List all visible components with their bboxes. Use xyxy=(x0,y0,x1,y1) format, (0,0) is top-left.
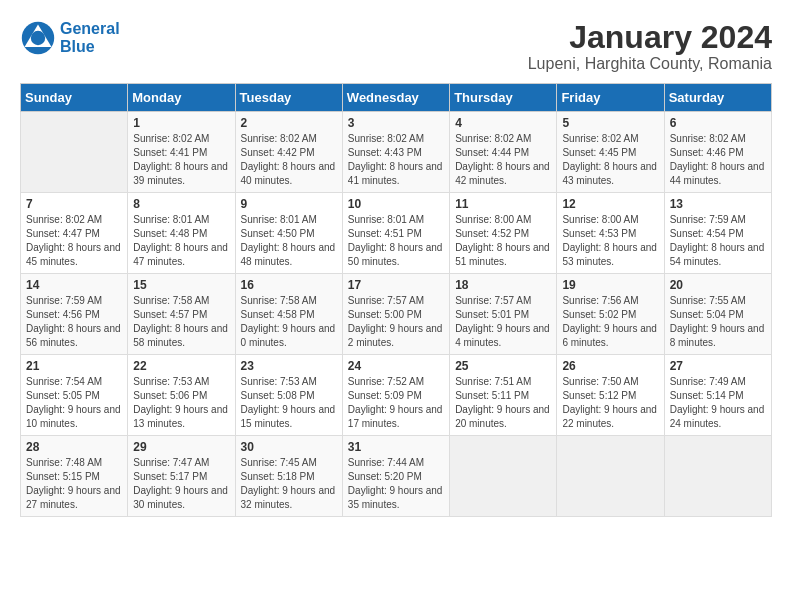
sunset-text: Sunset: 5:18 PM xyxy=(241,470,337,484)
daylight-text: Daylight: 8 hours and 45 minutes. xyxy=(26,241,122,269)
daylight-text: Daylight: 9 hours and 22 minutes. xyxy=(562,403,658,431)
calendar-cell: 28 Sunrise: 7:48 AM Sunset: 5:15 PM Dayl… xyxy=(21,436,128,517)
logo: General Blue xyxy=(20,20,120,56)
day-info: Sunrise: 8:02 AM Sunset: 4:46 PM Dayligh… xyxy=(670,132,766,188)
calendar-cell: 6 Sunrise: 8:02 AM Sunset: 4:46 PM Dayli… xyxy=(664,112,771,193)
daylight-text: Daylight: 9 hours and 15 minutes. xyxy=(241,403,337,431)
daylight-text: Daylight: 8 hours and 42 minutes. xyxy=(455,160,551,188)
sunrise-text: Sunrise: 7:53 AM xyxy=(241,375,337,389)
day-info: Sunrise: 7:51 AM Sunset: 5:11 PM Dayligh… xyxy=(455,375,551,431)
daylight-text: Daylight: 8 hours and 47 minutes. xyxy=(133,241,229,269)
day-number: 15 xyxy=(133,278,229,292)
daylight-text: Daylight: 9 hours and 2 minutes. xyxy=(348,322,444,350)
sunrise-text: Sunrise: 8:00 AM xyxy=(562,213,658,227)
day-info: Sunrise: 7:59 AM Sunset: 4:56 PM Dayligh… xyxy=(26,294,122,350)
calendar-cell: 27 Sunrise: 7:49 AM Sunset: 5:14 PM Dayl… xyxy=(664,355,771,436)
sunset-text: Sunset: 5:00 PM xyxy=(348,308,444,322)
sunrise-text: Sunrise: 7:53 AM xyxy=(133,375,229,389)
sunset-text: Sunset: 4:45 PM xyxy=(562,146,658,160)
day-info: Sunrise: 7:58 AM Sunset: 4:57 PM Dayligh… xyxy=(133,294,229,350)
sunset-text: Sunset: 5:04 PM xyxy=(670,308,766,322)
day-info: Sunrise: 7:53 AM Sunset: 5:06 PM Dayligh… xyxy=(133,375,229,431)
daylight-text: Daylight: 9 hours and 27 minutes. xyxy=(26,484,122,512)
calendar-cell xyxy=(664,436,771,517)
day-number: 28 xyxy=(26,440,122,454)
day-info: Sunrise: 8:02 AM Sunset: 4:44 PM Dayligh… xyxy=(455,132,551,188)
logo-text: General Blue xyxy=(60,20,120,56)
day-info: Sunrise: 7:47 AM Sunset: 5:17 PM Dayligh… xyxy=(133,456,229,512)
sunrise-text: Sunrise: 8:00 AM xyxy=(455,213,551,227)
day-number: 29 xyxy=(133,440,229,454)
page-header: General Blue January 2024 Lupeni, Harghi… xyxy=(20,20,772,73)
calendar-cell: 31 Sunrise: 7:44 AM Sunset: 5:20 PM Dayl… xyxy=(342,436,449,517)
day-number: 7 xyxy=(26,197,122,211)
calendar-cell: 21 Sunrise: 7:54 AM Sunset: 5:05 PM Dayl… xyxy=(21,355,128,436)
day-number: 21 xyxy=(26,359,122,373)
sunrise-text: Sunrise: 7:51 AM xyxy=(455,375,551,389)
day-info: Sunrise: 8:01 AM Sunset: 4:51 PM Dayligh… xyxy=(348,213,444,269)
daylight-text: Daylight: 9 hours and 35 minutes. xyxy=(348,484,444,512)
daylight-text: Daylight: 8 hours and 53 minutes. xyxy=(562,241,658,269)
calendar-cell: 13 Sunrise: 7:59 AM Sunset: 4:54 PM Dayl… xyxy=(664,193,771,274)
calendar-week-row: 7 Sunrise: 8:02 AM Sunset: 4:47 PM Dayli… xyxy=(21,193,772,274)
day-info: Sunrise: 8:02 AM Sunset: 4:47 PM Dayligh… xyxy=(26,213,122,269)
sunset-text: Sunset: 4:57 PM xyxy=(133,308,229,322)
sunset-text: Sunset: 5:01 PM xyxy=(455,308,551,322)
calendar-header: SundayMondayTuesdayWednesdayThursdayFrid… xyxy=(21,84,772,112)
sunset-text: Sunset: 4:51 PM xyxy=(348,227,444,241)
daylight-text: Daylight: 8 hours and 43 minutes. xyxy=(562,160,658,188)
sunrise-text: Sunrise: 7:47 AM xyxy=(133,456,229,470)
sunrise-text: Sunrise: 7:59 AM xyxy=(26,294,122,308)
day-number: 9 xyxy=(241,197,337,211)
day-number: 13 xyxy=(670,197,766,211)
daylight-text: Daylight: 9 hours and 24 minutes. xyxy=(670,403,766,431)
sunrise-text: Sunrise: 7:49 AM xyxy=(670,375,766,389)
calendar-cell: 4 Sunrise: 8:02 AM Sunset: 4:44 PM Dayli… xyxy=(450,112,557,193)
daylight-text: Daylight: 8 hours and 39 minutes. xyxy=(133,160,229,188)
day-info: Sunrise: 8:02 AM Sunset: 4:41 PM Dayligh… xyxy=(133,132,229,188)
calendar-cell: 5 Sunrise: 8:02 AM Sunset: 4:45 PM Dayli… xyxy=(557,112,664,193)
daylight-text: Daylight: 8 hours and 44 minutes. xyxy=(670,160,766,188)
daylight-text: Daylight: 8 hours and 54 minutes. xyxy=(670,241,766,269)
sunrise-text: Sunrise: 8:01 AM xyxy=(348,213,444,227)
sunrise-text: Sunrise: 8:01 AM xyxy=(241,213,337,227)
day-info: Sunrise: 8:02 AM Sunset: 4:42 PM Dayligh… xyxy=(241,132,337,188)
sunset-text: Sunset: 5:06 PM xyxy=(133,389,229,403)
calendar-cell: 14 Sunrise: 7:59 AM Sunset: 4:56 PM Dayl… xyxy=(21,274,128,355)
day-info: Sunrise: 7:56 AM Sunset: 5:02 PM Dayligh… xyxy=(562,294,658,350)
daylight-text: Daylight: 8 hours and 51 minutes. xyxy=(455,241,551,269)
calendar-week-row: 14 Sunrise: 7:59 AM Sunset: 4:56 PM Dayl… xyxy=(21,274,772,355)
calendar-cell: 26 Sunrise: 7:50 AM Sunset: 5:12 PM Dayl… xyxy=(557,355,664,436)
calendar-cell: 19 Sunrise: 7:56 AM Sunset: 5:02 PM Dayl… xyxy=(557,274,664,355)
day-info: Sunrise: 7:48 AM Sunset: 5:15 PM Dayligh… xyxy=(26,456,122,512)
daylight-text: Daylight: 8 hours and 41 minutes. xyxy=(348,160,444,188)
sunrise-text: Sunrise: 8:02 AM xyxy=(241,132,337,146)
daylight-text: Daylight: 9 hours and 0 minutes. xyxy=(241,322,337,350)
sunset-text: Sunset: 4:53 PM xyxy=(562,227,658,241)
sunset-text: Sunset: 5:20 PM xyxy=(348,470,444,484)
daylight-text: Daylight: 8 hours and 48 minutes. xyxy=(241,241,337,269)
day-number: 25 xyxy=(455,359,551,373)
day-info: Sunrise: 7:57 AM Sunset: 5:00 PM Dayligh… xyxy=(348,294,444,350)
daylight-text: Daylight: 9 hours and 13 minutes. xyxy=(133,403,229,431)
sunset-text: Sunset: 4:47 PM xyxy=(26,227,122,241)
day-number: 8 xyxy=(133,197,229,211)
day-number: 11 xyxy=(455,197,551,211)
calendar-week-row: 21 Sunrise: 7:54 AM Sunset: 5:05 PM Dayl… xyxy=(21,355,772,436)
day-number: 12 xyxy=(562,197,658,211)
page-subtitle: Lupeni, Harghita County, Romania xyxy=(528,55,772,73)
sunrise-text: Sunrise: 8:02 AM xyxy=(562,132,658,146)
sunrise-text: Sunrise: 7:55 AM xyxy=(670,294,766,308)
calendar-cell: 24 Sunrise: 7:52 AM Sunset: 5:09 PM Dayl… xyxy=(342,355,449,436)
day-number: 31 xyxy=(348,440,444,454)
day-number: 4 xyxy=(455,116,551,130)
day-info: Sunrise: 8:00 AM Sunset: 4:53 PM Dayligh… xyxy=(562,213,658,269)
day-info: Sunrise: 8:02 AM Sunset: 4:45 PM Dayligh… xyxy=(562,132,658,188)
day-info: Sunrise: 8:00 AM Sunset: 4:52 PM Dayligh… xyxy=(455,213,551,269)
calendar-cell: 16 Sunrise: 7:58 AM Sunset: 4:58 PM Dayl… xyxy=(235,274,342,355)
day-number: 5 xyxy=(562,116,658,130)
day-number: 3 xyxy=(348,116,444,130)
day-number: 19 xyxy=(562,278,658,292)
sunset-text: Sunset: 5:09 PM xyxy=(348,389,444,403)
daylight-text: Daylight: 8 hours and 58 minutes. xyxy=(133,322,229,350)
